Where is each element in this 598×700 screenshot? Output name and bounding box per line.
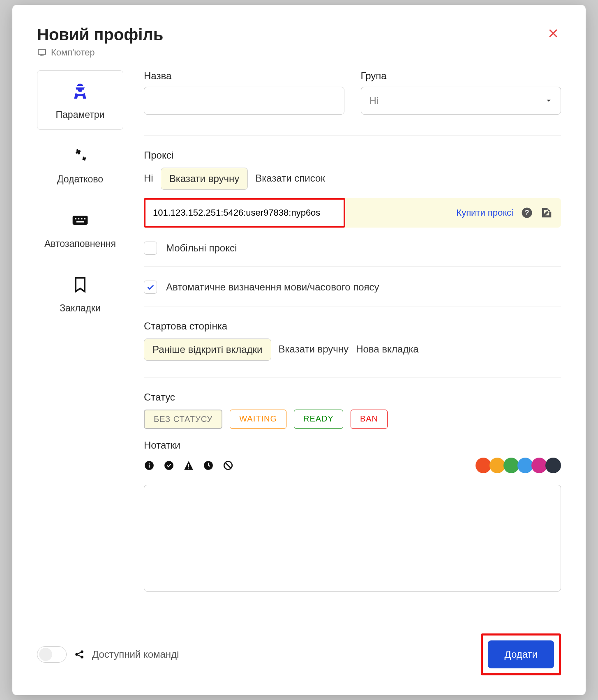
team-access-toggle[interactable] <box>37 646 67 663</box>
svg-point-16 <box>75 653 78 656</box>
svg-rect-5 <box>76 221 84 223</box>
proxy-bar: Купити проксі ? <box>144 198 561 228</box>
divider <box>144 306 561 306</box>
sidebar-item-advanced[interactable]: Додатково <box>37 135 123 194</box>
gears-icon <box>71 147 89 165</box>
startpage-tab-newtab[interactable]: Нова вкладка <box>356 343 418 356</box>
help-icon[interactable]: ? <box>521 207 533 219</box>
group-select[interactable]: Ні <box>361 87 561 115</box>
color-blue[interactable] <box>517 458 533 473</box>
sidebar-item-label: Закладки <box>60 303 101 314</box>
svg-rect-4 <box>84 218 85 220</box>
svg-rect-3 <box>81 218 83 220</box>
note-icons <box>144 460 233 471</box>
sidebar-item-label: Параметри <box>56 109 105 120</box>
add-button[interactable]: Додати <box>488 640 554 668</box>
status-ban[interactable]: BAN <box>351 410 388 429</box>
modal-title: Новий профіль <box>37 25 163 44</box>
svg-rect-10 <box>149 463 150 464</box>
prohibit-icon[interactable] <box>223 460 233 471</box>
color-green[interactable] <box>503 458 519 473</box>
proxy-tab-list[interactable]: Вказати список <box>255 173 325 185</box>
proxy-tabs: Ні Вказати вручну Вказати список <box>144 168 561 190</box>
status-label: Статус <box>144 391 561 403</box>
status-none[interactable]: БЕЗ СТАТУСУ <box>144 410 222 429</box>
svg-rect-0 <box>73 216 88 225</box>
name-input[interactable] <box>144 87 344 115</box>
check-circle-icon[interactable] <box>164 460 174 471</box>
svg-rect-13 <box>188 467 189 468</box>
chevron-down-icon <box>545 97 552 104</box>
svg-rect-2 <box>78 218 80 220</box>
device-type: Комп'ютер <box>37 47 163 58</box>
agent-icon <box>71 82 89 100</box>
team-access-label: Доступний команді <box>92 649 179 660</box>
divider <box>144 135 561 136</box>
status-waiting[interactable]: WAITING <box>230 410 286 429</box>
svg-point-17 <box>81 650 83 653</box>
monitor-icon <box>37 48 47 58</box>
color-swatches <box>477 458 561 473</box>
mobile-proxy-label: Мобільні проксі <box>166 242 237 254</box>
svg-rect-1 <box>75 218 76 220</box>
auto-locale-label: Автоматичне визначення мови/часового поя… <box>166 281 379 293</box>
startpage-tab-manual[interactable]: Вказати вручну <box>279 343 349 356</box>
group-field: Група Ні <box>361 70 561 115</box>
svg-text:?: ? <box>525 209 529 217</box>
proxy-label: Проксі <box>144 150 561 161</box>
mobile-proxy-checkbox[interactable] <box>144 242 157 255</box>
device-label: Комп'ютер <box>51 47 95 58</box>
buy-proxy-link[interactable]: Купити проксі <box>456 207 513 218</box>
keyboard-icon <box>71 211 89 229</box>
name-field: Назва <box>144 70 344 115</box>
svg-point-11 <box>164 461 173 470</box>
color-orange[interactable] <box>489 458 505 473</box>
sidebar-item-label: Додатково <box>57 174 103 185</box>
svg-rect-12 <box>188 464 189 467</box>
check-icon <box>146 283 155 292</box>
main-panel: Назва Група Ні Проксі Ні Вказати вручну … <box>144 70 561 615</box>
proxy-tab-manual[interactable]: Вказати вручну <box>161 168 248 190</box>
add-button-highlight: Додати <box>481 633 561 675</box>
close-button[interactable] <box>545 25 561 42</box>
name-label: Назва <box>144 70 344 82</box>
close-icon <box>547 27 559 39</box>
warning-icon[interactable] <box>183 460 194 471</box>
sidebar-item-parameters[interactable]: Параметри <box>37 70 123 130</box>
clock-icon[interactable] <box>203 460 214 471</box>
divider <box>144 377 561 378</box>
info-icon[interactable] <box>144 460 155 471</box>
group-selected: Ні <box>369 95 379 106</box>
color-magenta[interactable] <box>531 458 547 473</box>
auto-locale-checkbox[interactable] <box>144 281 157 294</box>
group-label: Група <box>361 70 561 82</box>
sidebar-item-autofill[interactable]: Автозаповнення <box>37 199 123 259</box>
startpage-tabs: Раніше відкриті вкладки Вказати вручну Н… <box>144 338 561 361</box>
new-profile-modal: Новий профіль Комп'ютер Параметри Додатк… <box>12 5 586 695</box>
notes-label: Нотатки <box>144 440 561 451</box>
startpage-label: Стартова сторінка <box>144 320 561 332</box>
color-dark[interactable] <box>545 458 561 473</box>
notes-textarea[interactable] <box>144 485 561 592</box>
status-row: БЕЗ СТАТУСУ WAITING READY BAN <box>144 410 561 429</box>
status-ready[interactable]: READY <box>294 410 343 429</box>
sidebar-item-bookmarks[interactable]: Закладки <box>37 264 123 323</box>
bookmark-icon <box>71 276 89 294</box>
divider <box>144 266 561 267</box>
modal-footer: Доступний команді Додати <box>12 615 586 695</box>
startpage-tab-previous[interactable]: Раніше відкриті вкладки <box>144 338 271 361</box>
modal-header: Новий профіль Комп'ютер <box>12 5 586 62</box>
share-icon <box>74 649 85 660</box>
edit-icon[interactable] <box>540 207 553 219</box>
svg-rect-9 <box>149 465 150 468</box>
sidebar: Параметри Додатково Автозаповнення Закла… <box>37 70 123 615</box>
proxy-tab-none[interactable]: Ні <box>144 173 153 185</box>
proxy-input-highlight <box>144 198 345 228</box>
color-red[interactable] <box>476 458 491 473</box>
proxy-input[interactable] <box>153 207 336 218</box>
svg-point-18 <box>81 656 83 659</box>
sidebar-item-label: Автозаповнення <box>44 238 116 249</box>
